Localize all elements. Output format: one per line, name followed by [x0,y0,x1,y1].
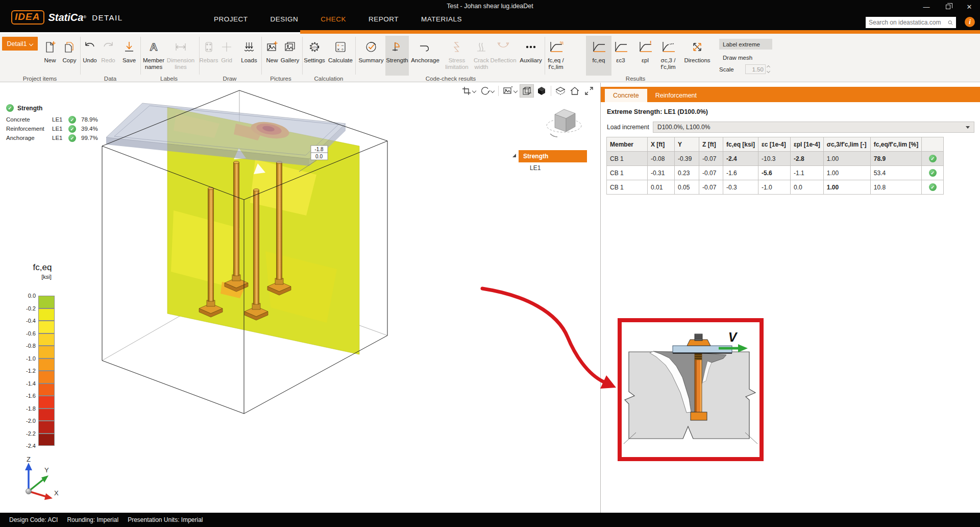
draw-mesh-toggle[interactable]: Draw mesh [719,53,752,63]
check-ok-icon: ✓ [6,104,14,112]
check-summary-overlay: ✓Strength ConcreteLE1✓78.9% Reinforcemen… [6,104,98,142]
svg-text:0.0: 0.0 [315,154,323,159]
minimize-button[interactable]: — [916,0,937,13]
search-input[interactable] [869,19,948,26]
svg-text:×: × [337,47,339,52]
close-button[interactable]: ✕ [959,0,980,13]
tree-item-le1[interactable]: LE1 [530,164,541,172]
menu-materials[interactable]: MATERIALS [421,15,462,23]
summary-row-reinforcement: ReinforcementLE1✓39.4% [6,124,98,133]
table-row[interactable]: CB 1-0.310.23-0.07-1.6-5.6-1.11.0053.4✓ [607,166,944,180]
shear-force-arrow: V [719,330,748,352]
save-icon [122,37,136,57]
group-divider [355,37,356,75]
table-row[interactable]: CB 1-0.08-0.39-0.07-2.4-10.3-2.81.0078.9… [607,152,944,166]
tree-expander-icon[interactable] [512,154,516,157]
results-panel: Concrete Reinforcement Extreme Strength:… [600,83,980,513]
new-project-item-button[interactable]: New [40,36,60,76]
viewport-toolbar [460,84,596,98]
ribbon: Detail1 New Copy Undo Redo Save A Member… [0,34,980,82]
legend-tick: -0.6 [12,330,36,337]
strength-results-button[interactable]: Strength [385,36,409,76]
legend-color [38,321,55,333]
loads-button[interactable]: Loads [239,36,259,76]
idea-logo: IDEA [11,10,44,25]
chevron-down-icon [491,89,495,93]
scale-input[interactable] [745,64,766,74]
scale-spinner[interactable] [767,66,770,73]
crop-tool-button[interactable] [460,84,477,98]
stress-diagram-icon [450,37,463,57]
legend-title: fc,eq [24,262,60,273]
menu-design[interactable]: DESIGN [271,15,299,23]
anchorage-hook-icon [419,37,432,57]
table-row[interactable]: CB 10.010.05-0.07-0.3-1.00.01.0010.8✓ [607,180,944,195]
legend-tick: -2.4 [12,443,36,449]
fceq-ratio-plot-button[interactable]: % fc,eq / f'c,lim [544,36,568,76]
menu-project[interactable]: PROJECT [214,15,248,23]
active-tab-accent-strip [300,30,980,34]
legend-color [38,396,55,409]
summary-row-concrete: ConcreteLE1✓78.9% [6,115,98,124]
app-mode-label: DETAIL [92,13,122,22]
group-label-data: Data [104,76,116,82]
section-view-button[interactable] [554,84,567,98]
gallery-button[interactable]: Gallery [279,36,301,76]
deflection-curve-icon [497,37,510,57]
restore-button[interactable] [937,0,959,13]
svg-text:-1.8: -1.8 [314,147,324,152]
scene-3d[interactable]: -1.8 0.0 [0,83,600,513]
undo-button[interactable]: Undo [81,36,99,76]
load-increment-label: Load increment [607,124,649,131]
label-extreme-toggle[interactable]: Label extreme [719,39,772,50]
info-icon[interactable]: i [965,17,975,27]
calculate-button[interactable]: +−×÷ Calculate [328,36,353,76]
settings-button[interactable]: </> Settings [303,36,326,76]
lug-plate-sketch [673,334,732,353]
screenshot-tool-button[interactable] [501,84,519,98]
results-table: Member X [ft] Y Z [ft] fc,eq [ksi] εc [1… [606,137,944,195]
detail-selector[interactable]: Detail1 [2,37,38,51]
fullscreen-view-button[interactable] [582,84,596,98]
menu-report[interactable]: REPORT [369,15,399,23]
legend-tick: -0.8 [12,343,36,349]
search-icon [948,19,953,26]
scale-label: Scale [719,66,734,73]
menu-check[interactable]: CHECK [321,15,346,23]
summary-results-button[interactable]: Summary [357,36,385,76]
load-increment-dropdown[interactable]: D100.0%, L100.0% [653,122,974,133]
epl-plot-button[interactable]: ! εpl [636,36,654,76]
anchorage-results-button[interactable]: Anchorage [409,36,441,76]
ellipsis-icon [524,37,537,57]
tree-item-strength[interactable]: Strength [519,150,587,162]
load-arrows-icon [242,37,256,57]
legend-tick: -1.8 [12,405,36,412]
stress-curve-dotted-icon [660,37,676,57]
chevron-down-icon [472,89,476,93]
legend-tick: -1.4 [12,380,36,387]
member-names-button[interactable]: A Member names [141,36,166,76]
ec3-plot-button[interactable]: εc3 [611,36,630,76]
directions-button[interactable]: Directions [682,36,713,76]
legend-tick: -1.2 [12,368,36,374]
statica-logo: StatiCa [48,12,83,23]
solid-view-button[interactable] [535,84,548,98]
sigma-c3-plot-button[interactable]: σc,3 / f'c,lim [656,36,680,76]
check-ok-icon: ✓ [68,125,76,133]
legend-color [38,421,55,434]
tab-concrete[interactable]: Concrete [605,89,647,102]
status-rounding: Rounding: Imperial [67,516,118,523]
orbit-tool-button[interactable] [478,84,496,98]
viewport-3d[interactable]: -1.8 0.0 ✓Strength ConcreteLE1✓78.9% Rei… [0,83,600,513]
auxiliary-results-button[interactable]: Auxiliary [518,36,544,76]
fceq-plot-button[interactable]: fc,eq [586,36,611,76]
copy-project-item-button[interactable]: Copy [59,36,80,76]
view-cube-widget[interactable] [545,103,584,141]
save-button[interactable]: Save [119,36,139,76]
group-label-results: Results [626,76,645,82]
wireframe-view-button[interactable] [520,84,534,98]
svg-text:!: ! [650,40,652,46]
home-view-button[interactable] [568,84,581,98]
legend-color [38,409,55,421]
tab-reinforcement[interactable]: Reinforcement [647,89,705,102]
